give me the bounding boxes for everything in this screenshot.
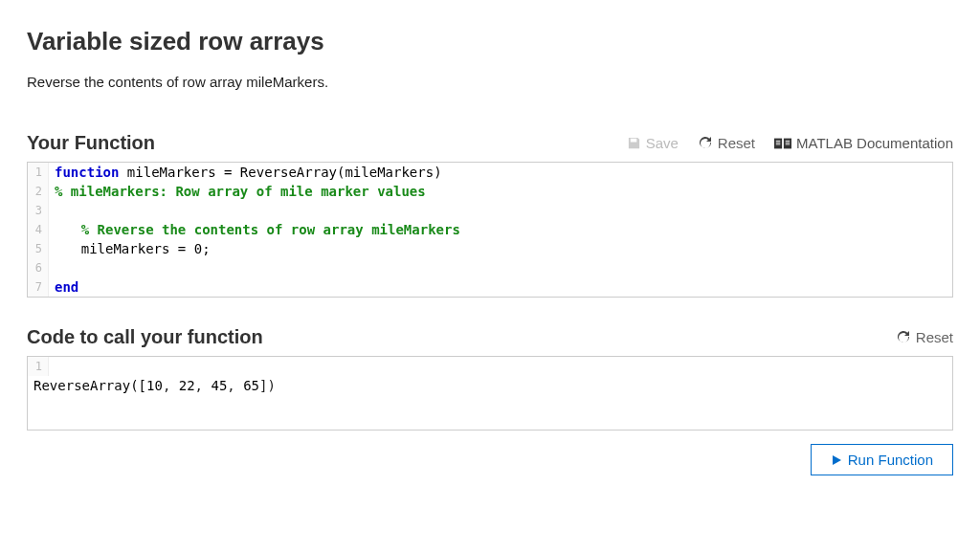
call-section-header: Code to call your function Reset <box>27 326 953 348</box>
gutter-line: 4 <box>28 220 49 239</box>
run-function-button[interactable]: Run Function <box>811 444 953 475</box>
run-label: Run Function <box>848 452 933 468</box>
svg-rect-1 <box>784 138 791 148</box>
gutter-line: 5 <box>28 239 49 258</box>
problem-description: Reverse the contents of row array mileMa… <box>27 74 953 90</box>
function-section-header: Your Function Save Reset MATLAB Document… <box>27 132 953 154</box>
code-text: ReverseArray([ <box>33 378 146 393</box>
reset-function-button[interactable]: Reset <box>698 135 755 151</box>
svg-rect-0 <box>774 138 782 148</box>
matlab-doc-link[interactable]: MATLAB Documentation <box>774 135 953 151</box>
code-text: ]) <box>259 378 276 393</box>
play-icon <box>831 454 842 466</box>
save-label: Save <box>646 135 679 151</box>
code-comment: % Reverse the contents of row array mile… <box>81 222 460 237</box>
code-number: 22 <box>179 378 195 393</box>
run-row: Run Function <box>27 444 953 475</box>
gutter-line: 2 <box>28 182 49 201</box>
reset-label: Reset <box>916 329 953 345</box>
doc-icon <box>774 137 791 150</box>
code-text: , <box>163 378 179 393</box>
code-text: , <box>227 378 243 393</box>
call-heading: Code to call your function <box>27 326 263 348</box>
call-editor[interactable]: 1ReverseArray([10, 22, 45, 65]) <box>27 356 953 431</box>
gutter-line: 1 <box>28 357 49 376</box>
call-toolbar: Reset <box>896 329 953 345</box>
doc-label: MATLAB Documentation <box>796 135 953 151</box>
code-text: mileMarkers = ReverseArray(mileMarkers) <box>119 165 441 180</box>
reset-icon <box>698 136 713 151</box>
code-number: 10 <box>146 378 163 393</box>
page-title: Variable sized row arrays <box>27 27 953 56</box>
reset-label: Reset <box>718 135 755 151</box>
code-number: 65 <box>243 378 259 393</box>
save-button[interactable]: Save <box>627 135 679 151</box>
function-toolbar: Save Reset MATLAB Documentation <box>627 135 953 151</box>
reset-call-button[interactable]: Reset <box>896 329 953 345</box>
save-icon <box>627 136 641 150</box>
code-keyword: function <box>55 165 119 180</box>
code-keyword: end <box>55 279 78 295</box>
code-text: , <box>195 378 212 393</box>
your-function-heading: Your Function <box>27 132 155 154</box>
gutter-line: 7 <box>28 277 49 297</box>
code-text: mileMarkers = 0; <box>81 241 211 256</box>
function-editor[interactable]: 1function mileMarkers = ReverseArray(mil… <box>27 162 953 298</box>
gutter-line: 1 <box>28 163 49 182</box>
code-comment: % mileMarkers: Row array of mile marker … <box>55 184 426 199</box>
gutter-line: 6 <box>28 258 49 277</box>
gutter-line: 3 <box>28 201 49 220</box>
code-number: 45 <box>211 378 227 393</box>
reset-icon <box>896 330 911 345</box>
